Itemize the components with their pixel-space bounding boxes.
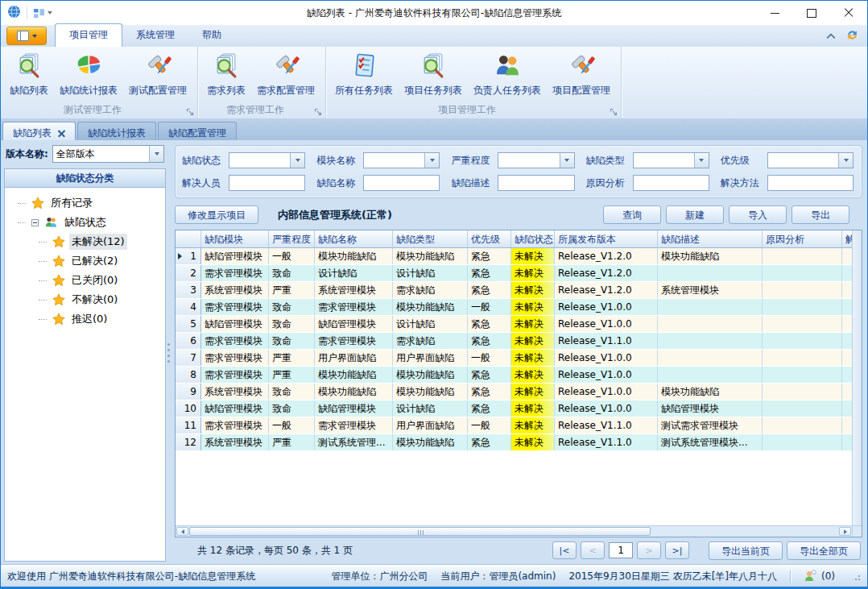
table-row[interactable]: 1缺陷管理模块一般模块功能缺陷模块功能缺陷紧急未解决Release_V1.2.0… (176, 248, 852, 265)
collapse-ribbon-icon[interactable] (826, 31, 836, 42)
filter-input[interactable] (498, 175, 574, 191)
cell: 严重 (269, 282, 315, 298)
table-row[interactable]: 3系统管理模块严重系统管理模块需求缺陷紧急未解决Release_V1.2.0系统… (176, 282, 852, 299)
ribbon-tab-help[interactable]: 帮助 (188, 24, 235, 47)
cell: 紧急 (468, 400, 511, 417)
sidebar-splitter[interactable] (166, 140, 172, 565)
table-row[interactable]: 7需求管理模块严重用户界面缺陷用户界面缺陷一般未解决Release_V1.0.0 (176, 350, 852, 367)
tree-item[interactable]: 已解决(2) (5, 251, 165, 271)
table-row[interactable]: 11需求管理模块一般需求管理模块用户界面缺陷一般未解决Release_V1.1.… (176, 417, 852, 434)
scrollbar-thumb[interactable] (189, 527, 651, 536)
column-header[interactable]: 缺陷描述 (658, 230, 763, 247)
table-row[interactable]: 5缺陷管理模块致命缺陷管理模块设计缺陷紧急未解决Release_V1.0.0 (176, 316, 852, 333)
table-row[interactable]: 6需求管理模块致命需求管理模块需求缺陷紧急未解决Release_V1.1.0 (176, 333, 852, 350)
import-button[interactable]: 导入 (729, 205, 787, 224)
dropdown-icon[interactable] (424, 153, 439, 168)
dropdown-icon[interactable] (560, 153, 574, 168)
dropdown-icon[interactable] (149, 146, 163, 162)
dialog-launcher-icon[interactable] (314, 107, 322, 115)
modify-columns-button[interactable]: 修改显示项目 (175, 205, 258, 224)
tree-item[interactable]: 不解决(0) (5, 290, 165, 309)
dialog-launcher-icon[interactable] (610, 107, 618, 115)
defect-report-button[interactable]: 缺陷统计报表 (54, 49, 123, 97)
row-number: 1 (190, 251, 196, 262)
doc-tab-defect-list[interactable]: 缺陷列表 (2, 122, 76, 140)
query-button[interactable]: 查询 (603, 205, 661, 224)
table-row[interactable]: 2需求管理模块致命设计缺陷设计缺陷紧急未解决Release_V1.2.0 (176, 265, 852, 282)
vertical-scrollbar[interactable] (852, 230, 862, 525)
column-header[interactable]: 原因分析 (763, 230, 842, 247)
minimize-button[interactable] (756, 2, 793, 25)
requirement-config-button[interactable]: 需求配置管理 (251, 49, 320, 97)
star-icon (52, 313, 65, 326)
close-tab-icon[interactable] (58, 130, 65, 137)
layout-options-icon[interactable] (33, 7, 52, 19)
filter-input[interactable] (363, 175, 440, 191)
table-row[interactable]: 4需求管理模块致命需求管理模块模块功能缺陷一般未解决Release_V1.0.0 (176, 299, 852, 316)
help-icon[interactable] (845, 28, 859, 44)
filter-select[interactable] (229, 152, 305, 168)
defect-list-button[interactable]: 缺陷列表 (4, 49, 54, 97)
ribbon-tab-system[interactable]: 系统管理 (122, 24, 188, 47)
dropdown-icon[interactable] (290, 153, 304, 168)
export-button[interactable]: 导出 (792, 205, 849, 224)
project-config-button[interactable]: 项目配置管理 (547, 49, 616, 97)
column-header[interactable]: 缺陷名称 (315, 230, 393, 247)
collapse-node-icon[interactable] (31, 219, 39, 226)
row-number: 11 (184, 420, 196, 431)
tree-item[interactable]: 缺陷状态 (5, 213, 165, 232)
column-header[interactable]: 所属发布版本 (555, 230, 658, 247)
project-tasks-button[interactable]: 项目任务列表 (399, 49, 468, 97)
column-header[interactable] (176, 230, 201, 247)
table-row[interactable]: 8需求管理模块严重模块功能缺陷模块功能缺陷紧急未解决Release_V1.0.0 (176, 367, 852, 384)
dropdown-icon[interactable] (838, 153, 853, 168)
filter-select[interactable] (498, 152, 574, 168)
filter-select[interactable] (767, 152, 854, 168)
search-doc-icon (420, 52, 447, 81)
maximize-button[interactable] (793, 2, 830, 25)
filter-select[interactable] (363, 152, 440, 168)
table-row[interactable]: 9系统管理模块致命模块功能缺陷模块功能缺陷紧急未解决Release_V1.0.0… (176, 384, 852, 400)
tree-item[interactable]: 推迟(0) (5, 309, 165, 329)
filter-input[interactable] (633, 175, 709, 191)
close-button[interactable] (830, 2, 867, 25)
next-page-button[interactable]: > (637, 541, 661, 559)
table-row[interactable]: 12系统管理模块严重测试系统管理...模块功能缺陷紧急未解决Release_V1… (176, 434, 852, 451)
last-page-button[interactable]: >| (665, 541, 689, 559)
tree-item[interactable]: 已关闭(0) (5, 271, 165, 290)
dropdown-icon[interactable] (694, 153, 709, 168)
new-button[interactable]: 新建 (666, 205, 724, 224)
filter-input[interactable] (229, 175, 305, 191)
tree-item[interactable]: 未解决(12) (5, 232, 165, 251)
version-select[interactable]: 全部版本 (52, 145, 164, 163)
app-menu-button[interactable] (6, 27, 47, 45)
page-input[interactable] (609, 542, 633, 558)
cell (763, 282, 842, 298)
test-config-button[interactable]: 测试配置管理 (123, 49, 192, 97)
ribbon-tab-project[interactable]: 项目管理 (55, 23, 122, 48)
cell: 设计缺陷 (315, 265, 393, 281)
scroll-left-icon[interactable] (176, 527, 188, 536)
horizontal-scrollbar[interactable] (176, 525, 852, 537)
tree-item[interactable]: 所有记录 (5, 193, 165, 213)
dialog-launcher-icon[interactable] (186, 107, 194, 115)
doc-tab-defect-report[interactable]: 缺陷统计报表 (77, 122, 156, 140)
doc-tab-defect-config[interactable]: 缺陷配置管理 (158, 122, 237, 140)
filter-input[interactable] (767, 175, 854, 191)
requirement-list-button[interactable]: 需求列表 (201, 49, 251, 97)
column-header[interactable]: 缺陷模块 (201, 230, 269, 247)
column-header[interactable]: 缺陷状态 (511, 230, 555, 247)
resize-grip-icon[interactable] (851, 571, 861, 581)
scroll-right-icon[interactable] (839, 527, 851, 536)
table-row[interactable]: 10缺陷管理模块致命缺陷管理模块设计缺陷紧急未解决Release_V1.0.0缺… (176, 400, 852, 417)
export-current-page-button[interactable]: 导出当前页 (709, 541, 783, 560)
column-header[interactable]: 缺陷类型 (393, 230, 468, 247)
export-all-pages-button[interactable]: 导出全部页 (787, 541, 861, 560)
filter-select[interactable] (633, 152, 709, 168)
first-page-button[interactable]: |< (552, 541, 577, 559)
owner-tasks-button[interactable]: 负责人任务列表 (468, 49, 547, 97)
all-tasks-button[interactable]: 所有任务列表 (329, 49, 399, 97)
prev-page-button[interactable]: < (581, 541, 605, 559)
column-header[interactable]: 优先级 (468, 230, 511, 247)
column-header[interactable]: 严重程度 (269, 230, 315, 247)
